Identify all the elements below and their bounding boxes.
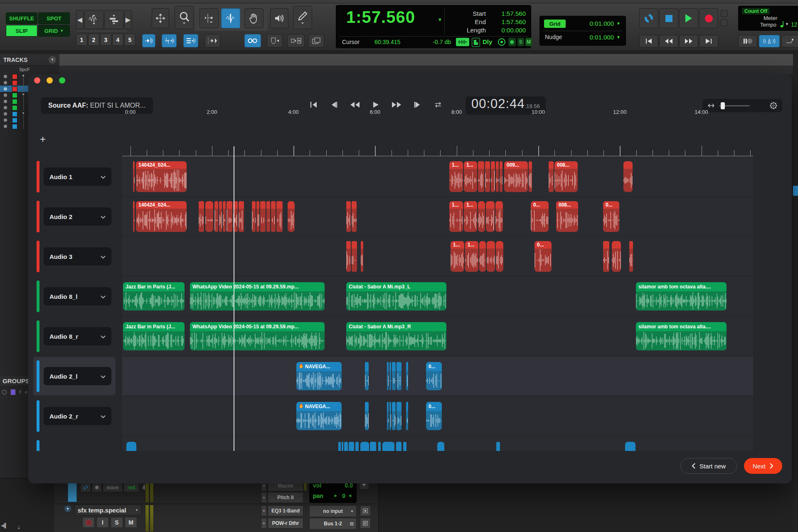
input-monitor-button[interactable]: I (96, 517, 109, 528)
audio-clip[interactable] (227, 201, 232, 232)
pencil-tool-icon[interactable] (293, 6, 312, 29)
slip-mode-button[interactable]: SLIP (6, 25, 37, 37)
insert-pitch[interactable]: Pitch II (268, 492, 303, 503)
audio-clip[interactable] (219, 201, 222, 232)
audio-clip[interactable] (360, 442, 369, 451)
track-name-field[interactable]: sfx temp.special▼ (75, 505, 141, 515)
meter-label[interactable]: Meter (764, 15, 777, 21)
audio-clip[interactable] (487, 241, 495, 272)
transport-expand-bottom[interactable] (721, 19, 728, 26)
audio-clip[interactable] (397, 362, 401, 390)
group-row[interactable]: ! < (2, 389, 27, 395)
track-show-dot[interactable] (4, 106, 7, 109)
nudge-value[interactable]: 0:01.000 (577, 34, 614, 41)
target-icon[interactable] (498, 38, 506, 48)
track-selector[interactable]: Audio 2_l (44, 367, 111, 385)
wave-view-button[interactable]: wave (103, 483, 123, 492)
trim-scrub-tool-icon[interactable] (152, 8, 169, 28)
track-collapse-icon[interactable]: ▼ (64, 505, 71, 512)
audio-clip[interactable] (496, 241, 503, 272)
audio-clip[interactable]: 140424_024... (136, 201, 187, 232)
track-lane[interactable]: Jazz Bar in Paris (J...WhatsApp Video 20… (122, 317, 753, 356)
track-show-dot[interactable] (4, 75, 7, 78)
track-selector[interactable]: Audio 8_r (44, 327, 111, 345)
audio-clip[interactable]: 1... (449, 161, 463, 192)
solo-status[interactable]: S (517, 38, 524, 46)
right-scroll-strip[interactable] (793, 54, 798, 532)
grid-mode-button[interactable]: GRID▼ (38, 25, 70, 37)
audio-clip[interactable] (496, 442, 500, 451)
audio-clip[interactable] (486, 201, 495, 232)
metronome-button[interactable] (759, 35, 780, 47)
audio-clip[interactable] (406, 362, 408, 390)
audio-clip[interactable]: NAVEGA... (296, 362, 342, 390)
insert-eq[interactable]: EQ3 1-Band (268, 505, 303, 516)
link-timeline-edit-icon[interactable] (162, 34, 177, 47)
insert-dither[interactable]: POW-r Dthr (268, 518, 303, 529)
audio-clip[interactable]: 0... (534, 241, 552, 272)
track-lane[interactable]: NAVEGA...0... (122, 397, 753, 436)
audio-clip[interactable] (133, 161, 135, 192)
audio-clip[interactable] (603, 241, 609, 272)
dialog-settings-button[interactable] (765, 99, 782, 112)
zoomer-tool-icon[interactable] (175, 6, 194, 29)
audio-clip[interactable] (387, 362, 389, 390)
track-lane[interactable]: 140424_024...1...1...0...008...0... (122, 197, 753, 236)
spot-mode-button[interactable]: SPOT (38, 12, 70, 24)
snap-icon[interactable]: ✱ (508, 38, 516, 46)
zoom-preset-3[interactable]: 3 (100, 34, 111, 46)
tempo-dropdown-icon[interactable]: ▼ (785, 22, 789, 26)
audio-clip[interactable]: Jazz Bar in Paris (J... (123, 322, 185, 350)
window-config-icon[interactable] (308, 34, 324, 47)
audio-clip[interactable] (239, 201, 244, 232)
audio-clip[interactable] (397, 402, 401, 430)
track-show-dot[interactable] (4, 100, 7, 103)
audio-clip[interactable] (623, 161, 633, 192)
audio-clip[interactable] (342, 442, 343, 451)
timeline-ruler[interactable]: 0:002:004:006:008:0010:0012:0014:00 (122, 109, 753, 156)
tempo-value[interactable]: 12 (791, 21, 798, 28)
grabber-tool-icon[interactable] (244, 8, 264, 28)
main-counter-dropdown-icon[interactable]: ▼ (438, 17, 442, 22)
audio-clip[interactable] (389, 402, 391, 430)
audio-clip[interactable] (352, 241, 357, 272)
audio-clip[interactable] (214, 201, 218, 232)
audio-clip[interactable] (549, 161, 554, 192)
scroll-left-icon[interactable]: ◀▌ (1, 523, 7, 528)
track-show-dot[interactable] (4, 81, 7, 84)
audio-clip[interactable]: WhatsApp Video 2024-05-15 at 09.29.59.mp… (190, 282, 325, 310)
tab-to-transient-icon[interactable] (142, 34, 155, 47)
audio-clip[interactable]: NAVEGA... (296, 402, 342, 430)
start-new-button[interactable]: Start new (680, 458, 737, 474)
layered-editing-icon[interactable] (287, 34, 305, 47)
smart-link-icon[interactable] (244, 34, 261, 47)
track-selector[interactable]: Audio 1 (44, 167, 111, 186)
minimize-window-button[interactable] (47, 77, 53, 84)
audio-clip[interactable]: 0... (426, 362, 442, 390)
track-show-dot[interactable] (4, 94, 7, 97)
track-lane[interactable] (122, 436, 753, 451)
mute-button[interactable]: M (125, 517, 137, 528)
playhead[interactable] (234, 146, 234, 451)
audio-clip[interactable] (199, 201, 204, 232)
scroll-down-icon[interactable]: ⇣ (17, 525, 21, 530)
track-selector[interactable]: Audio 3 (44, 247, 111, 266)
audio-clip[interactable]: Jazz Bar in Paris (J... (123, 282, 185, 310)
zoom-slider-thumb[interactable] (721, 102, 725, 109)
selector-tool-icon[interactable] (221, 8, 240, 28)
audio-clip[interactable] (396, 442, 401, 451)
audio-clip[interactable]: WhatsApp Video 2024-05-15 at 09.29.59.mp… (190, 322, 325, 350)
zoom-out-arrow[interactable]: ◀ (76, 10, 84, 29)
shuffle-mode-button[interactable]: SHUFFLE (6, 12, 37, 24)
audio-clip[interactable] (338, 442, 341, 451)
audio-clip[interactable]: 008... (554, 161, 578, 192)
insertion-follows-playback-icon[interactable] (204, 34, 220, 47)
go-to-end-button[interactable] (699, 35, 718, 47)
snap-mixer-icon[interactable]: ✱ (92, 483, 102, 492)
track-lane[interactable]: 140424_024...1...1...009...008... (122, 157, 753, 196)
audio-clip[interactable]: 009... (504, 161, 528, 192)
zoom-preset-4[interactable]: 4 (112, 34, 123, 46)
audio-clip[interactable] (403, 442, 406, 451)
audio-clip[interactable] (266, 201, 270, 232)
audio-clip[interactable] (346, 201, 351, 232)
